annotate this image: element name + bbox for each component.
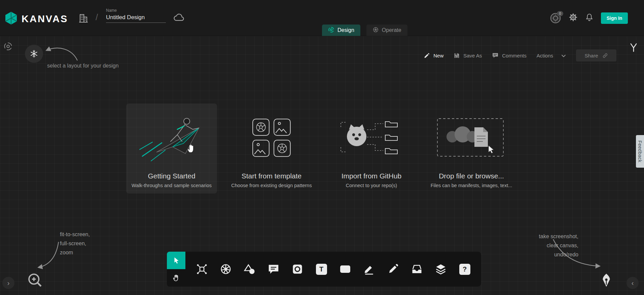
kubernetes-icon <box>220 263 232 275</box>
dock-toolbar: T <box>185 252 481 287</box>
components-icon <box>196 263 208 275</box>
hand-cursor-icon <box>186 142 197 155</box>
layers-tool-button[interactable] <box>434 263 447 276</box>
comments-icon <box>492 52 499 59</box>
annotate-tool-button[interactable] <box>363 263 375 276</box>
card-subtitle: Choose from existing design patterns <box>231 183 312 188</box>
history-spinner-icon[interactable] <box>3 42 13 52</box>
getting-started-illustration <box>126 103 217 172</box>
sign-in-button[interactable]: Sign In <box>601 12 628 24</box>
card-title: Import from GitHub <box>342 172 402 180</box>
bottom-right-hint: take screenshot, clear canvas, undo/redo <box>539 232 578 259</box>
shapes-icon <box>244 263 256 275</box>
template-illustration <box>226 103 317 172</box>
card-drop-file[interactable]: Drop file or browse... Files can be mani… <box>426 103 517 194</box>
share-button[interactable]: Share <box>576 49 616 61</box>
link-icon <box>602 53 608 58</box>
actions-dropdown[interactable]: Actions <box>537 53 566 58</box>
operate-tab-icon <box>372 27 379 34</box>
pencil-icon <box>424 52 430 59</box>
design-tab-icon <box>328 27 334 34</box>
card-title: Getting Started <box>148 172 195 180</box>
logo-text: KANVAS <box>22 13 68 25</box>
comment-icon <box>267 263 280 275</box>
layers-icon <box>435 263 447 275</box>
organization-icon[interactable] <box>78 12 89 25</box>
expand-left-panel-button[interactable]: › <box>2 277 14 289</box>
layout-hint-text: select a layout for your design <box>47 63 119 69</box>
save-as-label: Save As <box>463 53 482 58</box>
kubernetes-tool-button[interactable] <box>219 263 232 276</box>
card-start-from-template[interactable]: Start from template Choose from existing… <box>226 103 317 194</box>
pen-mode-button[interactable] <box>598 271 615 290</box>
card-title: Start from template <box>242 172 302 180</box>
card-title: Drop file or browse... <box>439 172 504 180</box>
credits-icon[interactable]: 0 <box>550 12 561 24</box>
cursor-arrow-icon <box>172 256 180 264</box>
card-subtitle: Files can be manifests, images, text... <box>431 183 512 188</box>
kanvas-logo[interactable]: KANVAS <box>4 11 68 27</box>
drawer-tool-button[interactable] <box>410 263 423 276</box>
new-button[interactable]: New <box>424 52 443 59</box>
yaml-view-icon[interactable] <box>629 42 639 54</box>
card-subtitle: Connect to your repo(s) <box>346 183 397 188</box>
design-name-field: Name <box>106 8 167 23</box>
new-label: New <box>433 53 443 58</box>
mode-tabs: Design Operate <box>322 25 407 36</box>
kanvas-logo-icon <box>4 11 18 27</box>
draw-pencil-icon <box>387 263 399 275</box>
settings-gear-icon[interactable] <box>569 13 578 23</box>
chevron-down-icon <box>561 53 566 58</box>
meshery-tool-button[interactable] <box>291 263 304 276</box>
whiteboard-dock: T <box>167 252 481 287</box>
github-illustration <box>326 103 417 172</box>
help-icon: ? <box>459 264 470 275</box>
card-import-from-github[interactable]: Import from GitHub Connect to your repo(… <box>326 103 417 194</box>
design-name-input[interactable] <box>106 13 166 23</box>
tab-design[interactable]: Design <box>322 25 360 36</box>
notifications-bell-icon[interactable] <box>585 13 594 23</box>
annotate-pen-icon <box>363 263 375 275</box>
collapse-right-panel-button[interactable]: ‹ <box>627 277 639 289</box>
shapes-tool-button[interactable] <box>243 263 256 276</box>
snowflake-icon <box>30 49 38 58</box>
comments-label: Comments <box>502 53 527 58</box>
draw-tool-button[interactable] <box>387 263 399 276</box>
save-as-button[interactable]: Save As <box>454 52 482 59</box>
canvas-toolbar: New Save As Comments Actions <box>424 49 616 62</box>
tab-operate[interactable]: Operate <box>366 25 407 36</box>
components-tool-button[interactable] <box>195 263 208 276</box>
starter-cards: Getting Started Walk-throughs and sample… <box>126 103 517 194</box>
design-name-label: Name <box>106 8 167 13</box>
design-canvas[interactable]: select a layout for your design New Save… <box>0 36 644 295</box>
header-right-group: 0 <box>550 0 628 36</box>
drawer-icon <box>411 263 423 275</box>
feedback-tab[interactable]: Feedback <box>636 135 644 168</box>
bottom-left-hint: fit-to-screen, full-screen, zoom <box>60 230 90 257</box>
comments-button[interactable]: Comments <box>492 52 527 59</box>
actions-label: Actions <box>537 53 553 58</box>
cloud-sync-icon[interactable] <box>173 13 185 23</box>
zoom-button[interactable] <box>26 271 44 290</box>
drop-file-illustration <box>426 103 517 172</box>
select-tool-button[interactable] <box>167 252 185 269</box>
credits-badge: 0 <box>557 11 563 16</box>
share-label: Share <box>584 53 598 58</box>
pen-nib-icon <box>598 271 615 289</box>
comment-tool-button[interactable] <box>267 263 280 276</box>
note-icon <box>340 265 350 273</box>
card-subtitle: Walk-throughs and sample scenarios <box>132 183 212 188</box>
breadcrumb-separator: / <box>96 12 98 23</box>
pan-tool-button[interactable] <box>167 269 185 287</box>
text-tool-icon: T <box>316 264 327 275</box>
card-getting-started[interactable]: Getting Started Walk-throughs and sample… <box>126 103 217 194</box>
hand-icon <box>172 274 180 282</box>
help-tool-button[interactable]: ? <box>458 263 471 276</box>
save-icon <box>454 52 460 59</box>
text-tool-button[interactable]: T <box>315 263 328 276</box>
layout-snowflake-button[interactable] <box>25 45 43 63</box>
note-tool-button[interactable] <box>339 263 352 276</box>
operate-tab-label: Operate <box>382 27 401 33</box>
design-tab-label: Design <box>337 27 354 33</box>
zoom-in-icon <box>26 271 44 289</box>
